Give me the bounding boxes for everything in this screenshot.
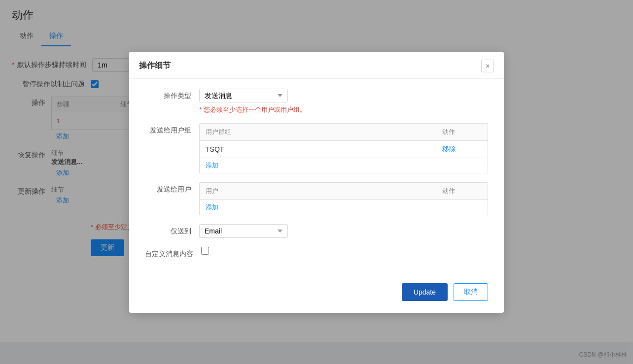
operation-type-label: 操作类型 [145,89,199,100]
send-to-medium-row: 仅送到 Email SMS Jabber [145,224,488,238]
send-to-medium-value: Email SMS Jabber [199,224,488,238]
user-table-header: 用户 动作 [200,183,488,200]
modal-cancel-button[interactable]: 取消 [454,283,488,301]
custom-msg-label: 自定义消息内容 [145,247,201,259]
user-table: 用户 动作 添加 [199,182,488,215]
modal-title: 操作细节 [139,61,171,71]
send-to-user-label: 发送给用户 [145,182,199,194]
modal-close-button[interactable]: × [481,60,494,72]
custom-msg-value [201,247,488,256]
user-group-table: 用户群组 动作 TSQT 移除 添加 [199,123,488,173]
operation-type-select[interactable]: 发送消息 发送短信 执行命令 [199,89,288,102]
send-to-medium-label: 仅送到 [145,224,199,236]
add-user-link[interactable]: 添加 [206,203,218,212]
modal-header: 操作细节 × [129,52,504,79]
modal-body: 操作类型 发送消息 发送短信 执行命令 * 您必须至少选择一个用户或用户组。 发… [129,79,504,277]
user-group-add-row: 添加 [200,158,488,173]
custom-msg-row: 自定义消息内容 [145,247,488,259]
user-action-col-header: 动作 [442,187,482,196]
custom-msg-checkbox[interactable] [201,247,209,255]
modal-error-message: * 您必须至少选择一个用户或用户组。 [199,105,488,114]
send-to-group-row: 发送给用户组 用户群组 动作 TSQT 移除 [145,123,488,173]
user-group-action: 移除 [442,145,482,154]
operation-type-row: 操作类型 发送消息 发送短信 执行命令 * 您必须至少选择一个用户或用户组。 [145,89,488,114]
modal-dialog: 操作细节 × 操作类型 发送消息 发送短信 执行命令 * 您必须至少选择一个用户… [129,52,504,313]
modal-footer: Update 取消 [129,277,504,301]
user-group-table-header: 用户群组 动作 [200,124,488,141]
remove-group-link[interactable]: 移除 [442,145,456,153]
user-group-col-header: 用户群组 [206,128,442,136]
user-col-header: 用户 [206,187,442,196]
modal-update-button[interactable]: Update [402,283,448,301]
action-col-header: 动作 [442,128,482,136]
send-to-medium-select[interactable]: Email SMS Jabber [199,224,288,238]
add-group-link[interactable]: 添加 [206,161,218,170]
send-to-user-value: 用户 动作 添加 [199,182,488,215]
user-group-row-1: TSQT 移除 [200,141,488,158]
operation-type-value: 发送消息 发送短信 执行命令 * 您必须至少选择一个用户或用户组。 [199,89,488,114]
modal-overlay[interactable]: 操作细节 × 操作类型 发送消息 发送短信 执行命令 * 您必须至少选择一个用户… [0,0,633,364]
send-to-group-label: 发送给用户组 [145,123,199,135]
user-add-row: 添加 [200,200,488,215]
user-group-name: TSQT [206,145,442,153]
send-to-group-value: 用户群组 动作 TSQT 移除 添加 [199,123,488,173]
send-to-user-row: 发送给用户 用户 动作 添加 [145,182,488,215]
